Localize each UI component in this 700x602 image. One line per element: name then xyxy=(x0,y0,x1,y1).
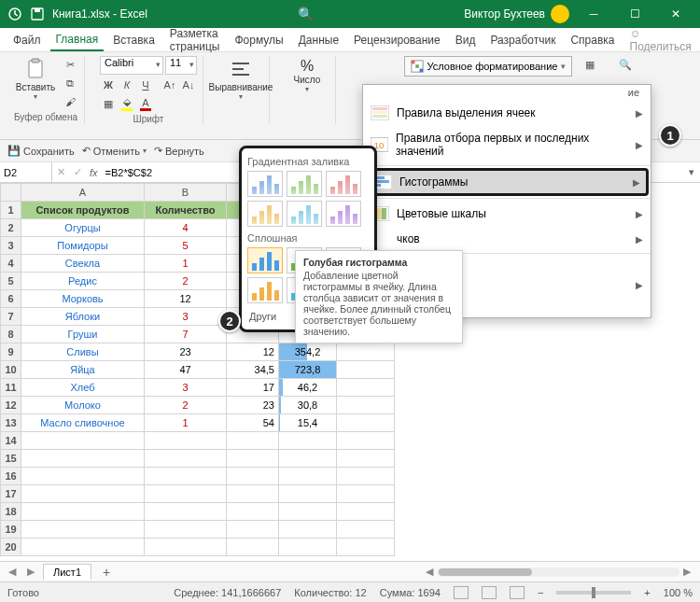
cell-B9[interactable]: 23 xyxy=(145,343,227,361)
cell-B13[interactable]: 1 xyxy=(145,414,227,432)
cancel-formula-icon[interactable]: ✕ xyxy=(52,164,69,181)
cell-B18[interactable] xyxy=(145,503,227,521)
view-normal-icon[interactable] xyxy=(454,586,469,599)
cf-highlight-rules[interactable]: Правила выделения ячеек▶ xyxy=(363,100,651,126)
cell-B19[interactable] xyxy=(145,521,227,539)
col-header-B[interactable]: B xyxy=(145,184,227,202)
databar-swatch-grad-2[interactable] xyxy=(326,171,361,197)
cell-A18[interactable] xyxy=(21,503,145,521)
cell-D15[interactable] xyxy=(279,450,337,468)
cell-D16[interactable] xyxy=(279,468,337,485)
scroll-right-icon[interactable]: ▶ xyxy=(679,566,694,578)
cell-C14[interactable] xyxy=(227,432,279,450)
tab-данные[interactable]: Данные xyxy=(293,30,344,50)
databar-swatch-grad-1[interactable] xyxy=(287,171,322,197)
cell-H19[interactable] xyxy=(337,521,395,539)
cell-A2[interactable]: Огурцы xyxy=(21,219,145,237)
cell-A7[interactable]: Яблоки xyxy=(21,308,145,326)
zoom-slider[interactable] xyxy=(556,591,631,595)
cell-C20[interactable] xyxy=(227,539,279,556)
cell-H11[interactable] xyxy=(337,379,395,397)
cell-A13[interactable]: Масло сливочное xyxy=(21,414,145,432)
databar-swatch-grad-4[interactable] xyxy=(287,201,322,227)
decrease-font-icon[interactable]: A↓ xyxy=(180,77,197,93)
tab-вид[interactable]: Вид xyxy=(450,30,482,50)
cell-C13[interactable]: 54 xyxy=(227,414,279,432)
conditional-formatting-button[interactable]: Условное форматирование ▾ xyxy=(404,56,573,77)
bold-button[interactable]: Ж xyxy=(100,77,117,93)
cf-data-bars[interactable]: Гистограммы▶ xyxy=(365,168,649,196)
alignment-button[interactable]: Выравнивание ▾ xyxy=(218,56,263,103)
row-header-20[interactable]: 20 xyxy=(1,539,21,556)
col-header-A[interactable]: A xyxy=(21,184,145,202)
row-header-14[interactable]: 14 xyxy=(1,432,21,450)
row-header-1[interactable]: 1 xyxy=(1,202,21,219)
cell-C9[interactable]: 12 xyxy=(227,343,279,361)
cell-A8[interactable]: Груши xyxy=(21,326,145,343)
row-header-5[interactable]: 5 xyxy=(1,273,21,290)
copy-icon[interactable]: ⧉ xyxy=(62,75,78,91)
find-icon[interactable]: 🔍 xyxy=(617,56,634,73)
row-header-11[interactable]: 11 xyxy=(1,379,21,397)
cell-H9[interactable] xyxy=(337,343,395,361)
font-size-select[interactable]: 11▾ xyxy=(165,56,197,75)
cell-B6[interactable]: 12 xyxy=(145,290,227,308)
cell-C10[interactable]: 34,5 xyxy=(227,361,279,379)
view-layout-icon[interactable] xyxy=(482,586,497,599)
sheet-nav-prev[interactable]: ◀ xyxy=(6,566,19,578)
row-header-6[interactable]: 6 xyxy=(1,290,21,308)
cell-B3[interactable]: 5 xyxy=(145,237,227,255)
cell-C18[interactable] xyxy=(227,503,279,521)
name-box[interactable]: D2 xyxy=(0,162,52,182)
cell-D20[interactable] xyxy=(279,539,337,556)
enter-formula-icon[interactable]: ✓ xyxy=(69,164,86,181)
cell-A1[interactable]: Список продуктов xyxy=(21,202,145,219)
increase-font-icon[interactable]: A↑ xyxy=(161,77,178,93)
tab-справка[interactable]: Справка xyxy=(565,30,620,50)
cell-A10[interactable]: Яйца xyxy=(21,361,145,379)
tab-рецензирование[interactable]: Рецензирование xyxy=(348,30,446,50)
cell-C19[interactable] xyxy=(227,521,279,539)
fx-icon[interactable]: fx xyxy=(86,167,102,178)
row-header-18[interactable]: 18 xyxy=(1,503,21,521)
cell-H15[interactable] xyxy=(337,450,395,468)
cell-B10[interactable]: 47 xyxy=(145,361,227,379)
cell-H20[interactable] xyxy=(337,539,395,556)
cell-D11[interactable]: 46,2 xyxy=(279,379,337,397)
redo-button[interactable]: ↷Вернуть xyxy=(154,145,204,157)
cell-B7[interactable]: 3 xyxy=(145,308,227,326)
cell-A15[interactable] xyxy=(21,450,145,468)
cell-D13[interactable]: 15,4 xyxy=(279,414,337,432)
cell-A9[interactable]: Сливы xyxy=(21,343,145,361)
underline-button[interactable]: Ч xyxy=(137,77,154,93)
cell-A20[interactable] xyxy=(21,539,145,556)
cell-D17[interactable] xyxy=(279,485,337,503)
cell-B12[interactable]: 2 xyxy=(145,397,227,414)
paste-button[interactable]: Вставить ▾ xyxy=(13,56,58,103)
cell-D14[interactable] xyxy=(279,432,337,450)
row-header-7[interactable]: 7 xyxy=(1,308,21,326)
row-header-13[interactable]: 13 xyxy=(1,414,21,432)
save-icon[interactable] xyxy=(30,7,45,21)
add-sheet-button[interactable]: + xyxy=(97,565,116,580)
cell-H12[interactable] xyxy=(337,397,395,414)
expand-formula-icon[interactable]: ▾ xyxy=(683,166,700,178)
cell-H16[interactable] xyxy=(337,468,395,485)
tab-формулы[interactable]: Формулы xyxy=(229,30,288,50)
cell-A14[interactable] xyxy=(21,432,145,450)
tab-вставка[interactable]: Вставка xyxy=(107,30,161,50)
cell-B1[interactable]: Количество xyxy=(145,202,227,219)
sheet-nav-next[interactable]: ▶ xyxy=(24,566,37,578)
cell-B15[interactable] xyxy=(145,450,227,468)
sheet-tab-1[interactable]: Лист1 xyxy=(43,564,91,580)
cell-D12[interactable]: 30,8 xyxy=(279,397,337,414)
cut-icon[interactable]: ✂ xyxy=(62,56,78,73)
row-header-2[interactable]: 2 xyxy=(1,219,21,237)
cell-C16[interactable] xyxy=(227,468,279,485)
cell-A11[interactable]: Хлеб xyxy=(21,379,145,397)
databar-swatch-grad-5[interactable] xyxy=(326,201,361,227)
cell-C11[interactable]: 17 xyxy=(227,379,279,397)
search-icon[interactable]: 🔍 xyxy=(298,7,314,21)
cf-icon-sets-partial[interactable]: чков▶ xyxy=(363,227,651,251)
save-button[interactable]: 💾Сохранить xyxy=(7,145,75,157)
